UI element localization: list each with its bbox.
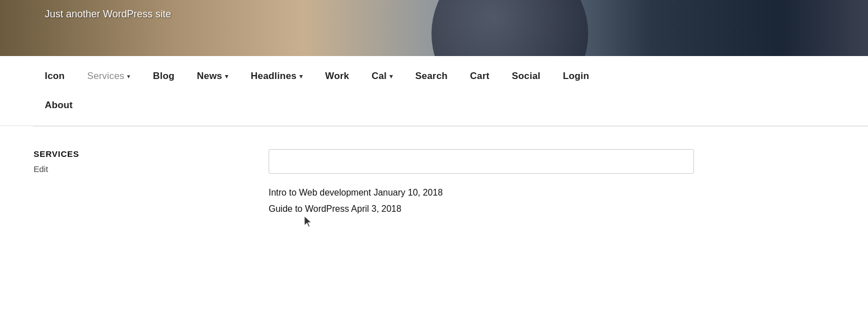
nav-item-services[interactable]: Services▾	[76, 62, 142, 91]
nav-row-2: About	[34, 91, 834, 126]
post-date: April 3, 2018	[351, 204, 401, 213]
services-title: SERVICES	[34, 149, 246, 159]
nav-item-about[interactable]: About	[34, 91, 84, 120]
search-input[interactable]	[269, 149, 694, 174]
nav-item-headlines[interactable]: Headlines▾	[240, 62, 314, 91]
nav-row-1: IconServices▾BlogNews▾Headlines▾WorkCal▾…	[34, 56, 834, 91]
post-title[interactable]: Intro to Web development	[269, 188, 373, 197]
post-item: Guide to WordPress April 3, 2018	[269, 201, 834, 217]
nav-item-icon[interactable]: Icon	[34, 62, 76, 91]
chevron-down-icon: ▾	[225, 73, 228, 80]
post-list: Intro to Web development January 10, 201…	[269, 185, 834, 217]
hero-subtitle: Just another WordPress site	[45, 6, 171, 20]
main-content: SERVICES Edit Intro to Web development J…	[0, 127, 868, 267]
nav-item-cal[interactable]: Cal▾	[360, 62, 404, 91]
nav-item-work[interactable]: Work	[314, 62, 360, 91]
nav-item-news[interactable]: News▾	[186, 62, 240, 91]
nav-item-blog[interactable]: Blog	[142, 62, 185, 91]
edit-link[interactable]: Edit	[34, 164, 246, 174]
chevron-down-icon: ▾	[127, 73, 130, 80]
nav-item-search[interactable]: Search	[404, 62, 459, 91]
post-item: Intro to Web development January 10, 201…	[269, 185, 834, 201]
nav-item-login[interactable]: Login	[552, 62, 600, 91]
nav-item-social[interactable]: Social	[501, 62, 552, 91]
left-panel: SERVICES Edit	[34, 149, 246, 244]
chevron-down-icon: ▾	[390, 73, 393, 80]
navigation: IconServices▾BlogNews▾Headlines▾WorkCal▾…	[0, 56, 868, 126]
post-title[interactable]: Guide to WordPress	[269, 204, 351, 213]
nav-item-cart[interactable]: Cart	[459, 62, 501, 91]
right-panel: Intro to Web development January 10, 201…	[269, 149, 834, 244]
chevron-down-icon: ▾	[299, 73, 303, 80]
post-date: January 10, 2018	[373, 188, 443, 197]
hero-banner: Just another WordPress site	[0, 0, 868, 56]
